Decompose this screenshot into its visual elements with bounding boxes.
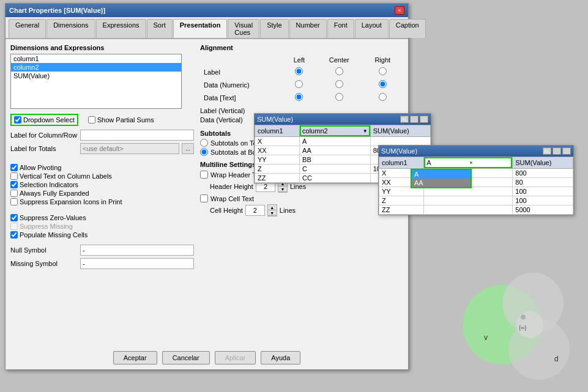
window-title: Chart Properties [SUM(Value)] xyxy=(9,7,105,14)
preview2-xl-btn[interactable]: XL xyxy=(543,147,551,155)
alignment-section: Alignment Left Center Right Label xyxy=(200,44,403,124)
checkboxes-block-2: Suppress Zero-Values Suppress Missing Po… xyxy=(10,214,194,239)
dropdown-select-checkbox[interactable]: Dropdown Select xyxy=(10,114,78,126)
cell-height-input[interactable] xyxy=(245,205,265,216)
null-symbol-input[interactable] xyxy=(80,245,194,256)
preview1-min-btn[interactable]: _ xyxy=(410,116,419,123)
cancel-button[interactable]: Cancelar xyxy=(162,351,210,364)
checkbox-row-1: Dropdown Select Show Partial Sums xyxy=(10,114,194,126)
dim-expr-listbox[interactable]: column1 column2 SUM(Value) xyxy=(10,54,182,109)
list-item-column1[interactable]: column1 xyxy=(11,54,181,63)
always-expanded-checkbox[interactable] xyxy=(10,190,18,197)
dropdown-arrow-icon: ▼ xyxy=(363,128,368,134)
tab-number[interactable]: Number xyxy=(289,19,327,38)
align-numeric-center[interactable] xyxy=(335,80,343,88)
list-item-column2[interactable]: column2 xyxy=(11,63,181,72)
dropdown-item-aa[interactable]: AA xyxy=(412,179,471,187)
wrap-header-checkbox[interactable] xyxy=(200,171,208,179)
venn-v-label: v xyxy=(484,333,488,342)
venn-inner-icon: ◎ xyxy=(521,314,526,320)
tab-font[interactable]: Font xyxy=(327,19,354,38)
label-totals-btn[interactable]: ... xyxy=(182,143,194,154)
align-label-cell: Label xyxy=(201,66,282,78)
label-col-row-input[interactable] xyxy=(80,130,194,141)
align-numeric-left[interactable] xyxy=(295,80,303,88)
align-numeric-row: Data (Numeric) xyxy=(201,79,402,91)
close-button[interactable]: × xyxy=(395,6,404,15)
preview2-header-col1: column1 xyxy=(379,157,424,169)
tab-sort[interactable]: Sort xyxy=(147,19,173,38)
tab-layout[interactable]: Layout xyxy=(355,19,389,38)
selection-indicators-checkbox[interactable] xyxy=(10,181,18,188)
suppress-icons-row: Suppress Expansion Icons in Print xyxy=(10,198,194,205)
list-item-sumvalue[interactable]: SUM(Value) xyxy=(11,72,181,80)
suppress-icons-checkbox[interactable] xyxy=(10,198,18,205)
allow-pivoting-checkbox[interactable] xyxy=(10,164,18,171)
table-row: XX80 xyxy=(379,178,573,187)
left-panel: Dimensions and Expressions column1 colum… xyxy=(10,44,194,345)
preview2-header-row: column1 × SUM(Value) xyxy=(379,157,573,169)
align-label-row: Label xyxy=(201,66,402,78)
apply-button[interactable]: Aplicar xyxy=(215,351,256,364)
suppress-zero-checkbox[interactable] xyxy=(10,214,18,221)
dropdown-item-a[interactable]: A xyxy=(412,170,471,179)
missing-symbol-input[interactable] xyxy=(80,258,194,269)
preview2-title: SUM(Value) xyxy=(381,147,417,155)
cell-height-up[interactable]: ▲ xyxy=(268,205,277,210)
header-height-down[interactable]: ▼ xyxy=(278,187,287,192)
preview2-max-btn[interactable]: □ xyxy=(562,147,571,155)
vertical-text-row: Vertical Text on Column Labels xyxy=(10,172,194,180)
preview2-search-box[interactable]: × xyxy=(424,157,512,168)
preview1-col2-dropdown[interactable]: column2 ▼ xyxy=(300,125,370,136)
subtotals-top-radio[interactable] xyxy=(200,139,208,147)
subtotals-top-label: Subtotals on Top xyxy=(210,139,261,147)
wrap-cell-checkbox[interactable] xyxy=(200,194,208,202)
tab-visual-cues[interactable]: Visual Cues xyxy=(228,19,259,38)
wrap-cell-row: Wrap Cell Text xyxy=(200,194,403,202)
venn-brace-icon: {∞} xyxy=(519,325,526,331)
tab-general[interactable]: General xyxy=(9,19,46,38)
align-text-left[interactable] xyxy=(295,93,303,101)
align-left-header: Left xyxy=(283,55,315,65)
suppress-zero-row: Suppress Zero-Values xyxy=(10,214,194,221)
preview1-max-btn[interactable]: □ xyxy=(420,116,428,123)
cell-height-row: Cell Height ▲ ▼ Lines xyxy=(210,204,403,216)
venn-diagram-area: v d ◎ {∞} xyxy=(460,257,582,380)
tab-caption[interactable]: Caption xyxy=(389,19,426,38)
align-numeric-right[interactable] xyxy=(379,80,387,88)
align-right-header: Right xyxy=(363,55,402,65)
tab-dimensions[interactable]: Dimensions xyxy=(47,19,95,38)
search-clear-icon[interactable]: × xyxy=(469,160,472,166)
alignment-label: Alignment xyxy=(200,44,403,51)
content-area: Dimensions and Expressions column1 colum… xyxy=(6,39,408,350)
tab-expressions[interactable]: Expressions xyxy=(96,19,146,38)
preview2-min-btn[interactable]: _ xyxy=(553,147,561,155)
subtotals-bottom-radio[interactable] xyxy=(200,148,208,156)
label-totals-input[interactable] xyxy=(80,143,179,154)
tab-presentation[interactable]: Presentation xyxy=(173,19,228,38)
preview2-titlebar: SUM(Value) XL _ □ xyxy=(379,146,573,157)
dropdown-select-input[interactable] xyxy=(14,116,21,124)
preview1-header-col3: SUM(Value) xyxy=(370,125,430,137)
align-center-header: Center xyxy=(316,55,362,65)
align-text-row: Data [Text] xyxy=(201,92,402,103)
populate-missing-checkbox[interactable] xyxy=(10,231,18,239)
missing-symbol-label: Missing Symbol xyxy=(10,260,78,267)
show-partial-sums-input[interactable] xyxy=(88,116,95,124)
align-text-cell: Data [Text] xyxy=(201,92,282,103)
align-label-center[interactable] xyxy=(335,67,343,75)
preview2-search-input[interactable] xyxy=(426,159,469,166)
show-partial-sums-checkbox[interactable]: Show Partial Sums xyxy=(88,116,154,124)
vertical-text-checkbox[interactable] xyxy=(10,172,18,180)
populate-missing-label: Populate Missing Cells xyxy=(20,231,87,239)
align-label-left[interactable] xyxy=(295,67,303,75)
align-text-center[interactable] xyxy=(335,93,343,101)
preview1-xl-btn[interactable]: XL xyxy=(400,116,409,123)
align-text-right[interactable] xyxy=(379,93,387,101)
null-symbol-row: Null Symbol xyxy=(10,245,194,256)
help-button[interactable]: Ayuda xyxy=(261,351,300,364)
cell-height-down[interactable]: ▼ xyxy=(268,210,277,216)
align-label-right[interactable] xyxy=(379,67,387,75)
tab-style[interactable]: Style xyxy=(260,19,288,38)
accept-button[interactable]: Aceptar xyxy=(113,351,157,364)
